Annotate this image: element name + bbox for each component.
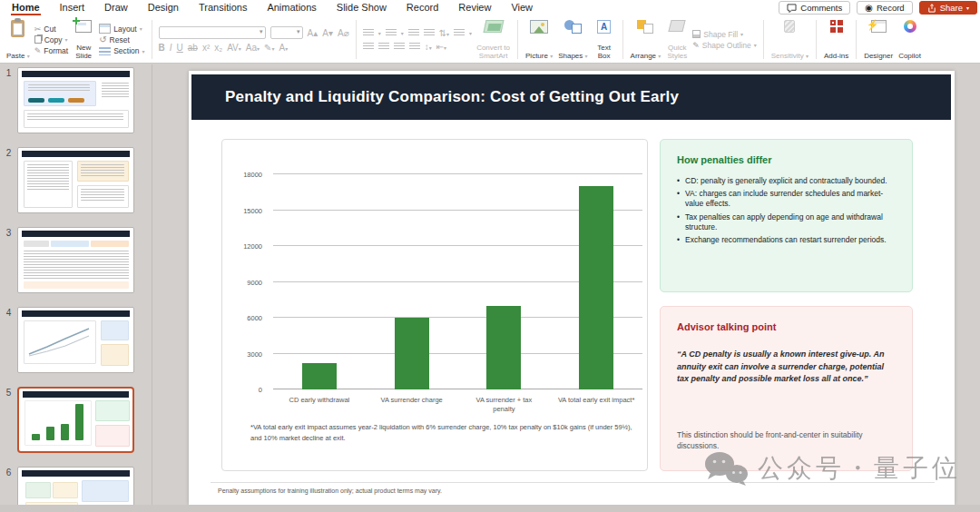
slide-thumbnail-1[interactable]: 1 [0, 67, 152, 133]
strikethrough-button[interactable]: ab [188, 43, 198, 53]
align-right-button[interactable] [394, 43, 405, 51]
slide-thumbnail-3[interactable]: 3 [0, 227, 152, 293]
green-panel-title: How penalties differ [677, 154, 772, 165]
slide-5-preview[interactable] [17, 387, 134, 453]
bar-chart[interactable]: 0300060009000120001500018000 CD early wi… [221, 139, 648, 471]
shapes-button[interactable]: Shapes ▾ [555, 17, 590, 62]
copy-chevron-icon: ▾ [65, 36, 68, 43]
decrease-font-size-icon[interactable]: A▾ [322, 28, 333, 38]
reset-button[interactable]: ↺Reset [99, 35, 144, 44]
bold-button[interactable]: B [159, 43, 165, 53]
copilot-button[interactable]: Copilot [896, 17, 924, 62]
menu-tab-animations[interactable]: Animations [257, 1, 326, 15]
bar-slot [550, 174, 642, 389]
advisor-talking-point-panel[interactable]: Advisor talking point “A CD penalty is u… [660, 306, 913, 471]
text-highlight-button[interactable]: ✎▾ [264, 43, 274, 53]
menu-tab-home[interactable]: Home [2, 1, 50, 15]
font-color-button[interactable]: A▾ [279, 43, 288, 53]
menu-tab-design[interactable]: Design [138, 1, 189, 15]
italic-button[interactable]: I [170, 43, 172, 53]
cut-button[interactable]: ✂Cut [34, 25, 68, 34]
text-direction-button[interactable]: ↕▾ [425, 42, 432, 52]
superscript-button[interactable]: x² [202, 43, 210, 53]
pink-panel-note: This distinction should be front-and-cen… [677, 430, 894, 452]
increase-font-size-icon[interactable]: A▴ [308, 28, 318, 38]
bar-2[interactable] [395, 318, 429, 389]
copy-button[interactable]: Copy▾ [34, 35, 68, 44]
align-text-button[interactable]: ⇤▾ [436, 42, 446, 52]
green-panel-bullet: Tax penalties can apply depending on age… [677, 212, 899, 232]
bullet-list-button[interactable] [363, 29, 374, 37]
format-painter-button[interactable]: ✎Format [34, 46, 68, 55]
subscript-button[interactable]: x₂ [214, 43, 222, 53]
increase-indent-button[interactable] [424, 29, 435, 37]
record-button[interactable]: ◉ Record [857, 1, 912, 15]
menu-tab-insert[interactable]: Insert [50, 1, 95, 15]
slide-1-preview[interactable] [17, 67, 134, 133]
picture-icon [530, 20, 548, 34]
shape-outline-button[interactable]: ✎Shape Outline▾ [692, 41, 756, 50]
copilot-icon [904, 20, 916, 33]
menu-tab-view[interactable]: View [501, 1, 543, 15]
section-button[interactable]: Section▾ [99, 46, 144, 55]
sensitivity-button[interactable]: Sensitivity ▾ [769, 17, 811, 62]
convert-to-smartart-button[interactable]: Convert to SmartArt [474, 17, 513, 62]
slide-title: Penalty and Liquidity Comparison: Cost o… [225, 88, 679, 106]
paste-icon [11, 20, 24, 37]
slide-title-bar[interactable]: Penalty and Liquidity Comparison: Cost o… [191, 74, 951, 120]
quick-styles-button[interactable]: Quick Styles [663, 17, 691, 62]
picture-button[interactable]: Picture ▾ [523, 17, 555, 62]
arrange-button[interactable]: Arrange ▾ [628, 17, 664, 62]
designer-button[interactable]: Designer [861, 17, 896, 62]
slide-2-preview[interactable] [17, 147, 134, 213]
decrease-indent-button[interactable] [408, 29, 419, 37]
font-name-select[interactable] [159, 26, 266, 39]
character-spacing-button[interactable]: AV▾ [227, 43, 241, 53]
slide-number: 5 [0, 387, 17, 453]
new-slide-button[interactable]: New Slide [70, 17, 97, 62]
record-icon: ◉ [865, 4, 873, 13]
powerpoint-window: HomeInsertDrawDesignTransitionsAnimation… [0, 0, 980, 512]
layout-button[interactable]: Layout▾ [99, 24, 144, 34]
menu-tab-transitions[interactable]: Transitions [189, 1, 257, 15]
shapes-chevron-icon: ▾ [585, 54, 588, 59]
align-left-button[interactable] [363, 43, 374, 51]
bar-4[interactable] [579, 186, 613, 389]
new-slide-icon [75, 20, 92, 33]
line-spacing-button[interactable]: ⇅▾ [439, 28, 449, 38]
shape-fill-button[interactable]: Shape Fill▾ [692, 30, 756, 39]
x-category-label: CD early withdrawal [273, 396, 366, 414]
text-box-button[interactable]: Text Box [591, 17, 618, 62]
watermark: 公众号・量子位 [702, 450, 961, 487]
add-ins-button[interactable]: Add-ins [821, 17, 851, 62]
bar-3[interactable] [486, 306, 521, 389]
share-chevron-icon: ▾ [966, 5, 969, 11]
share-button[interactable]: Share ▾ [919, 1, 977, 15]
how-penalties-differ-panel[interactable]: How penalties differ CD: penalty is gene… [660, 139, 913, 292]
comments-button[interactable]: Comments [779, 1, 850, 15]
bar-slot [273, 174, 366, 389]
slide-3-preview[interactable] [17, 227, 134, 293]
bar-1[interactable] [302, 363, 337, 389]
columns-button[interactable] [454, 29, 465, 37]
menu-tab-review[interactable]: Review [448, 1, 501, 15]
add-ins-icon [830, 20, 843, 33]
slide-4-preview[interactable] [17, 307, 134, 373]
menu-tab-slide-show[interactable]: Slide Show [327, 1, 397, 15]
justify-button[interactable] [409, 43, 420, 51]
font-size-select[interactable] [270, 26, 303, 39]
menu-tab-record[interactable]: Record [397, 1, 448, 15]
sensitivity-icon [784, 20, 795, 33]
paste-button[interactable]: Paste ▾ [4, 17, 33, 62]
slide-thumbnail-5[interactable]: 5 [0, 387, 152, 453]
menu-tab-draw[interactable]: Draw [94, 1, 138, 15]
slide-canvas[interactable]: Penalty and Liquidity Comparison: Cost o… [189, 71, 955, 505]
convert-smartart-label: Convert to SmartArt [476, 44, 510, 60]
clear-formatting-icon[interactable]: A⌀ [338, 28, 349, 38]
numbered-list-button[interactable] [386, 29, 397, 37]
slide-thumbnail-2[interactable]: 2 [0, 147, 152, 213]
change-case-button[interactable]: Aa▾ [246, 43, 260, 53]
align-center-button[interactable] [378, 43, 389, 51]
slide-thumbnail-4[interactable]: 4 [0, 307, 152, 373]
underline-button[interactable]: U [177, 43, 183, 53]
